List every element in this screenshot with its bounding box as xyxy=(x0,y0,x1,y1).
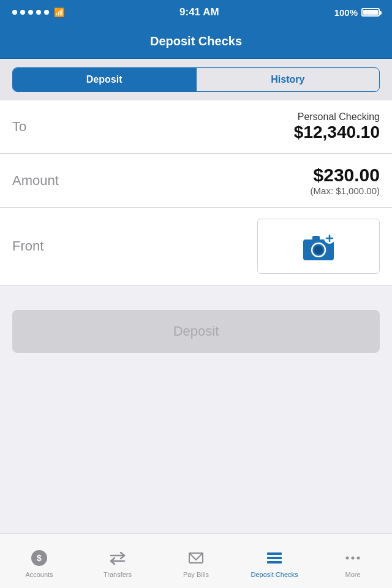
status-right: 100% xyxy=(334,7,380,18)
deposit-btn-container: Deposit xyxy=(0,292,392,365)
deposit-submit-button[interactable]: Deposit xyxy=(12,310,380,353)
segment-control: Deposit History xyxy=(12,67,380,92)
front-label: Front xyxy=(12,238,43,254)
front-row[interactable]: Front xyxy=(0,208,392,285)
tab-pay-bills[interactable]: Pay Bills xyxy=(157,533,235,588)
svg-text:$: $ xyxy=(37,553,42,563)
tab-more[interactable]: More xyxy=(314,533,392,588)
account-info: Personal Checking $12,340.10 xyxy=(294,111,380,142)
amount-value: $230.00 xyxy=(311,165,380,186)
amount-label: Amount xyxy=(12,173,59,189)
pay-bills-label: Pay Bills xyxy=(183,571,209,578)
svg-point-15 xyxy=(346,557,349,560)
tab-transfers[interactable]: Transfers xyxy=(78,533,157,588)
status-time: 9:41 AM xyxy=(179,6,219,18)
accounts-icon: $ xyxy=(29,548,49,568)
more-icon xyxy=(343,548,363,568)
camera-button[interactable] xyxy=(257,219,380,274)
svg-rect-13 xyxy=(267,557,282,559)
history-tab[interactable]: History xyxy=(197,68,379,91)
deposit-checks-label: Deposit Checks xyxy=(251,571,298,578)
segment-container: Deposit History xyxy=(0,59,392,100)
form-section: To Personal Checking $12,340.10 Amount $… xyxy=(0,100,392,285)
deposit-tab[interactable]: Deposit xyxy=(13,68,195,91)
camera-icon xyxy=(300,228,337,265)
nav-header: Deposit Checks xyxy=(0,24,392,59)
svg-rect-14 xyxy=(267,561,282,564)
svg-point-17 xyxy=(357,557,360,560)
amount-max: (Max: $1,000.00) xyxy=(311,186,380,196)
tab-accounts[interactable]: $ Accounts xyxy=(0,533,78,588)
transfers-icon xyxy=(108,548,127,568)
transfers-label: Transfers xyxy=(104,571,132,578)
account-name: Personal Checking xyxy=(294,111,380,123)
page-title: Deposit Checks xyxy=(150,34,242,48)
svg-point-2 xyxy=(314,246,323,254)
svg-point-16 xyxy=(352,557,355,560)
battery-percent: 100% xyxy=(334,7,358,18)
status-left: 📶 xyxy=(12,7,64,17)
signal-dots xyxy=(12,10,49,15)
to-row[interactable]: To Personal Checking $12,340.10 xyxy=(0,100,392,154)
more-label: More xyxy=(345,571,360,578)
to-label: To xyxy=(12,119,26,135)
pay-bills-icon xyxy=(186,548,206,568)
tab-bar: $ Accounts Transfers Pay Bi xyxy=(0,533,392,588)
accounts-label: Accounts xyxy=(25,571,53,578)
separator xyxy=(0,285,392,292)
amount-info: $230.00 (Max: $1,000.00) xyxy=(311,165,380,196)
battery-icon xyxy=(361,8,380,17)
wifi-icon: 📶 xyxy=(54,7,64,17)
status-bar: 📶 9:41 AM 100% xyxy=(0,0,392,24)
svg-rect-3 xyxy=(312,236,320,241)
svg-rect-12 xyxy=(267,552,282,555)
amount-row[interactable]: Amount $230.00 (Max: $1,000.00) xyxy=(0,154,392,208)
tab-deposit-checks[interactable]: Deposit Checks xyxy=(235,533,314,588)
deposit-checks-icon xyxy=(265,548,284,568)
account-balance: $12,340.10 xyxy=(294,123,380,142)
